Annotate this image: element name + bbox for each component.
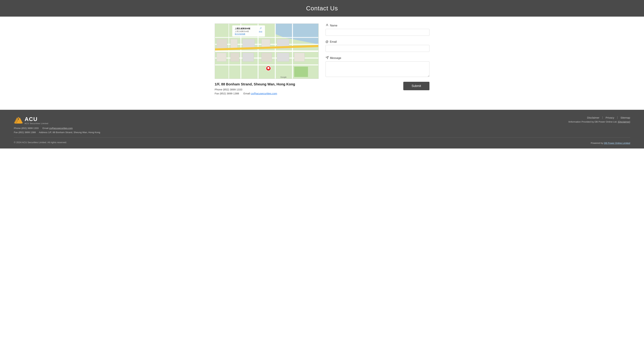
at-icon: @ [326, 40, 328, 43]
email-label: Email [244, 92, 250, 95]
svg-point-26 [267, 67, 269, 69]
fax-number: (852) 3899 1388 [220, 92, 239, 95]
main-content: + − Google 上環文咸東街88號 上環文咸東街88號 顯示詳細地圖 ↗ … [201, 16, 443, 103]
address-block: 1/F, 88 Bonham Strand, Sheung Wan, Hong … [215, 82, 318, 95]
nav-separator-2: | [617, 116, 618, 119]
footer-contact-lines: Phone (852) 3899 1333 Email cs@acusecuri… [14, 126, 100, 135]
svg-text:↗: ↗ [260, 27, 262, 30]
footer-bottom: © 2024 ACU Securities Limited. All right… [14, 140, 630, 144]
footer-fax-label: Fax [14, 131, 18, 134]
email-link[interactable]: cs@acusecurities.com [251, 92, 277, 95]
footer-top: ACU ACU Securities Limited Phone (852) 3… [14, 116, 630, 135]
svg-rect-12 [217, 39, 227, 49]
footer-nav-disclaimer[interactable]: Disclaimer [587, 116, 599, 119]
svg-text:上環文咸東街88號: 上環文咸東街88號 [235, 27, 250, 29]
phone-number: (852) 3899 1333 [223, 88, 242, 91]
submit-row: Submit [326, 82, 430, 90]
footer-phone: (852) 3899 1333 [21, 127, 38, 130]
footer-address: 1/F, 88 Bonham Strand, Sheung Wan, Hong … [48, 131, 100, 134]
logo-text: ACU [24, 116, 48, 122]
footer-nav-sitemap[interactable]: Sitemap [620, 116, 630, 119]
acu-logo-icon [14, 117, 23, 124]
phone-label: Phone [215, 88, 222, 91]
email-label: @ Email [326, 40, 430, 43]
footer-phone-label: Phone [14, 127, 20, 130]
person-icon [326, 23, 329, 27]
footer-logo-area: ACU ACU Securities Limited Phone (852) 3… [14, 116, 100, 135]
svg-rect-24 [294, 67, 308, 77]
submit-button[interactable]: Submit [403, 82, 430, 90]
page-header: Contact Us [0, 0, 644, 16]
email-field-group: @ Email [326, 40, 430, 52]
svg-rect-18 [262, 53, 272, 62]
name-field-group: Name [326, 23, 430, 36]
footer-copyright: © 2024 ACU Securities Limited. All right… [14, 141, 67, 144]
footer-powered-link[interactable]: DB Power Online Limited [604, 142, 630, 144]
page-title: Contact Us [4, 5, 640, 12]
name-input[interactable] [326, 29, 430, 36]
svg-text:Google: Google [280, 76, 286, 78]
message-label: Message [326, 56, 430, 60]
name-label: Name [326, 23, 430, 27]
svg-text:路線: 路線 [259, 31, 262, 33]
footer-fax-line: Fax (852) 3899 1388 Address 1/F, 88 Bonh… [14, 130, 100, 135]
map-image: + − Google 上環文咸東街88號 上環文咸東街88號 顯示詳細地圖 ↗ … [215, 24, 318, 79]
svg-rect-19 [277, 53, 289, 62]
message-field-group: Message [326, 56, 430, 78]
svg-rect-20 [294, 53, 304, 62]
nav-separator-1: | [602, 116, 603, 119]
footer-nav-privacy[interactable]: Privacy [606, 116, 614, 119]
footer-phone-line: Phone (852) 3899 1333 Email cs@acusecuri… [14, 126, 100, 130]
footer-address-label: Address [39, 131, 48, 134]
footer-disclaimer-link[interactable]: [Disclaimer] [618, 121, 630, 123]
footer-right-block: Disclaimer | Privacy | Sitemap IInformat… [568, 116, 630, 123]
send-icon [326, 56, 329, 60]
left-column: + − Google 上環文咸東街88號 上環文咸東街88號 顯示詳細地圖 ↗ … [215, 23, 318, 96]
logo-sub: ACU Securities Limited [24, 122, 48, 125]
footer-email-link[interactable]: cs@acusecurities.com [49, 127, 72, 130]
svg-rect-16 [230, 53, 239, 62]
footer-email-label: Email [42, 127, 48, 130]
svg-rect-17 [242, 53, 254, 62]
svg-rect-15 [217, 53, 226, 62]
footer-powered: Powered by DB Power Online Limited [591, 142, 630, 144]
footer-info: IInformation Provided by DB Power Online… [568, 121, 630, 123]
map-container[interactable]: + − Google 上環文咸東街88號 上環文咸東街88號 顯示詳細地圖 ↗ … [215, 23, 318, 79]
svg-text:上環文咸東街88號: 上環文咸東街88號 [235, 30, 249, 32]
svg-text:顯示詳細地圖: 顯示詳細地圖 [235, 33, 245, 35]
footer-logo: ACU ACU Securities Limited [14, 116, 100, 125]
phone-line: Phone (852) 3899 1333 [215, 88, 318, 91]
fax-label: Fax [215, 92, 219, 95]
page-footer: ACU ACU Securities Limited Phone (852) 3… [0, 110, 644, 149]
message-input[interactable] [326, 61, 430, 77]
footer-fax: (852) 3899 1388 [18, 131, 36, 134]
footer-nav: Disclaimer | Privacy | Sitemap [587, 116, 630, 119]
svg-point-38 [326, 24, 328, 25]
email-input[interactable] [326, 45, 430, 52]
fax-email-line: Fax (852) 3899 1388 Email cs@acusecuriti… [215, 92, 318, 95]
street-address: 1/F, 88 Bonham Strand, Sheung Wan, Hong … [215, 82, 318, 86]
contact-form: Name @ Email Message [326, 23, 430, 96]
